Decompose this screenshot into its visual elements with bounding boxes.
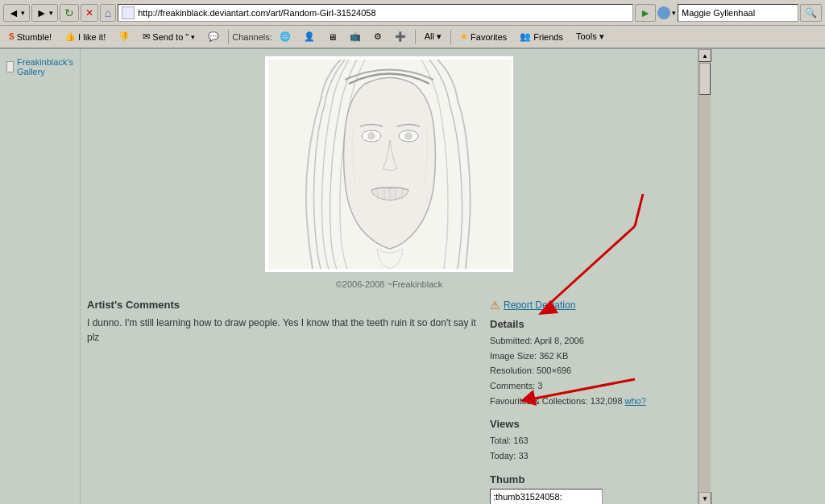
today-label: Today: <box>490 451 516 461</box>
thumb-title: Thumb <box>490 473 691 485</box>
all-label: All ▾ <box>425 31 442 42</box>
comments-title: Artist's Comments <box>87 299 477 311</box>
friends-icon: 👥 <box>520 31 531 42</box>
ilike-button[interactable]: 👍 I like it! <box>59 28 111 46</box>
forward-button[interactable]: ► ▾ <box>31 4 58 22</box>
search-icon: 🔍 <box>805 7 817 19</box>
go-button[interactable]: ► <box>635 4 656 22</box>
submitted-value: April 8, 2006 <box>534 336 584 345</box>
add-button[interactable]: ➕ <box>389 28 412 46</box>
favorites-label: Favorites <box>471 32 507 42</box>
image-size-value: 362 KB <box>539 351 568 361</box>
tools-label: Tools ▾ <box>576 31 604 42</box>
nav-bar: ◄ ▾ ► ▾ ↻ ✕ ⌂ ► ▾ 🔍 <box>0 0 825 26</box>
main-content: ©2006-2008 ~Freakinblack Artist's Commen… <box>81 49 698 504</box>
bubble-icon: 💬 <box>208 31 219 42</box>
go-icon: ► <box>640 6 651 19</box>
today-value: 33 <box>518 451 528 461</box>
share-button[interactable]: ✉ Send to " ▾ <box>137 28 201 46</box>
total-label: Total: <box>490 436 511 445</box>
person-button[interactable]: 👤 <box>298 28 321 46</box>
svg-point-4 <box>404 132 412 140</box>
artist-comments: Artist's Comments I dunno. I'm still lea… <box>87 299 477 504</box>
stop-icon: ✕ <box>85 7 93 19</box>
star-icon: ★ <box>460 31 468 42</box>
search-engine-dropdown-icon: ▾ <box>672 9 676 17</box>
separator-2 <box>415 30 416 44</box>
globe-button[interactable]: 🌐 <box>274 28 296 46</box>
details-text: Submitted: April 8, 2006 Image Size: 362… <box>490 333 691 408</box>
details-title: Details <box>490 318 691 330</box>
address-bar <box>118 4 633 22</box>
monitor-button[interactable]: 🖥 <box>322 28 342 46</box>
resolution-value: 500×696 <box>537 366 571 375</box>
image-size-label: Image Size: <box>490 351 537 361</box>
friends-label: Friends <box>533 32 563 42</box>
favorites-button[interactable]: ★ Favorites <box>454 28 512 46</box>
stumbleupon-label: Stumble! <box>17 32 52 42</box>
bubble-button[interactable]: 💬 <box>202 28 225 46</box>
comments-count: 3 <box>537 381 542 390</box>
thumbdown-icon: 👎 <box>118 31 130 42</box>
resolution-label: Resolution: <box>490 366 534 375</box>
refresh-button[interactable]: ↻ <box>60 4 79 22</box>
scrollbar-thumb[interactable] <box>699 63 711 95</box>
svg-point-3 <box>367 132 375 140</box>
separator-3 <box>450 30 451 44</box>
page-wrapper: Freakinblack's Gallery <box>0 49 825 504</box>
stumbleupon-button[interactable]: S Stumble! <box>3 28 57 46</box>
all-button[interactable]: All ▾ <box>419 28 447 46</box>
gallery-link[interactable]: Freakinblack's Gallery <box>6 56 73 78</box>
views-text: Total: 163 Today: 33 <box>490 433 691 463</box>
submitted-label: Submitted: <box>490 336 533 345</box>
who-link[interactable]: who? <box>625 396 646 406</box>
home-button[interactable]: ⌂ <box>100 4 116 22</box>
settings-button-1[interactable]: ⚙ <box>368 28 388 46</box>
friends-button[interactable]: 👥 Friends <box>514 28 569 46</box>
back-icon: ◄ <box>8 6 19 19</box>
report-deviation-link[interactable]: Report Deviation <box>504 300 575 311</box>
svg-line-14 <box>635 194 643 226</box>
favourites-label: Favourites & Collections: <box>490 396 588 406</box>
comments-label: Comments: <box>490 381 535 390</box>
scroll-up-button[interactable]: ▲ <box>699 49 711 62</box>
sidebar: Freakinblack's Gallery <box>0 49 81 504</box>
page-icon <box>6 61 14 72</box>
thumb-section: Thumb <box>490 473 691 504</box>
scrollbar-track <box>699 62 711 492</box>
page-content: Freakinblack's Gallery <box>0 49 698 504</box>
scroll-down-button[interactable]: ▼ <box>699 492 711 504</box>
total-value: 163 <box>513 436 528 445</box>
forward-icon: ► <box>36 6 48 19</box>
home-icon: ⌂ <box>105 6 111 19</box>
gallery-label: Freakinblack's Gallery <box>17 57 73 76</box>
video-button[interactable]: 📺 <box>344 28 367 46</box>
thumbdown-button[interactable]: 👎 <box>113 28 135 46</box>
thumbup-icon: 👍 <box>64 31 76 42</box>
warning-icon: ⚠ <box>490 299 500 312</box>
copyright-text: ©2006-2008 ~Freakinblack <box>336 279 443 289</box>
channels-label: Channels: <box>232 32 272 42</box>
comments-text: I dunno. I'm still learning how to draw … <box>87 316 477 345</box>
svg-line-10 <box>546 226 635 307</box>
search-button[interactable]: 🔍 <box>800 4 822 22</box>
stop-button[interactable]: ✕ <box>81 4 98 22</box>
toolbar: S Stumble! 👍 I like it! 👎 ✉ Send to " ▾ … <box>0 26 825 48</box>
artwork-container <box>264 56 514 273</box>
ilike-label: I like it! <box>78 32 106 42</box>
separator-1 <box>228 30 229 44</box>
thumb-input[interactable] <box>490 489 603 504</box>
report-row: ⚠ Report Deviation <box>490 299 691 312</box>
url-input[interactable] <box>138 8 629 18</box>
views-section: Views Total: 163 Today: 33 <box>490 418 691 463</box>
details-panel: ⚠ Report Deviation Details Submitted: Ap… <box>490 299 691 504</box>
favourites-value: 132,098 <box>591 396 623 406</box>
copyright-label: ©2006-2008 ~Freakinblack <box>336 279 443 289</box>
send-label: Send to " <box>152 32 189 42</box>
stumbleupon-icon: S <box>9 32 15 41</box>
search-input[interactable] <box>678 4 798 22</box>
artwork-sketch <box>268 60 512 269</box>
back-button[interactable]: ◄ ▾ <box>3 4 30 22</box>
scrollbar: ▲ ▼ <box>698 49 711 504</box>
tools-button[interactable]: Tools ▾ <box>570 28 610 46</box>
